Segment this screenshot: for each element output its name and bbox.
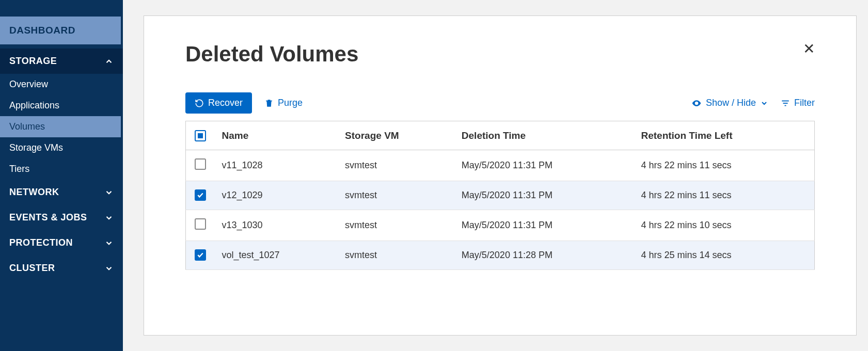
sidebar-item-dashboard[interactable]: DASHBOARD [0, 17, 121, 44]
purge-button[interactable]: Purge [264, 98, 303, 108]
cell-svm: svmtest [338, 210, 454, 241]
recover-button[interactable]: Recover [185, 92, 252, 114]
deleted-volumes-panel: Deleted Volumes ✕ Recover [144, 15, 857, 336]
row-checkbox[interactable] [195, 249, 206, 261]
close-icon[interactable]: ✕ [803, 42, 815, 56]
cell-deltime: May/5/2020 11:31 PM [454, 181, 634, 210]
sidebar-storage-label: STORAGE [9, 56, 57, 67]
col-header-name[interactable]: Name [215, 121, 338, 150]
cell-name: v12_1029 [215, 181, 338, 210]
show-hide-button[interactable]: Show / Hide [691, 98, 768, 108]
sidebar-cluster-label: CLUSTER [9, 263, 55, 274]
sidebar-item-tiers[interactable]: Tiers [0, 158, 123, 180]
chevron-down-icon [104, 264, 114, 273]
table-row[interactable]: vol_test_1027svmtestMay/5/2020 11:28 PM4… [186, 241, 815, 270]
row-checkbox[interactable] [195, 189, 206, 201]
trash-icon [264, 99, 274, 108]
recover-button-label: Recover [208, 98, 243, 108]
select-all-checkbox[interactable] [195, 130, 206, 141]
row-checkbox[interactable] [195, 158, 206, 170]
sidebar-item-protection[interactable]: PROTECTION [0, 230, 123, 256]
sidebar-item-network[interactable]: NETWORK [0, 180, 123, 205]
cell-retention: 4 hrs 22 mins 11 secs [634, 150, 814, 181]
sidebar-item-volumes[interactable]: Volumes [0, 116, 121, 137]
chevron-down-icon [104, 213, 114, 222]
cell-retention: 4 hrs 25 mins 14 secs [634, 241, 814, 270]
sidebar-network-label: NETWORK [9, 187, 59, 198]
sidebar-item-applications[interactable]: Applications [0, 95, 123, 116]
sidebar-item-cluster[interactable]: CLUSTER [0, 256, 123, 281]
cell-deltime: May/5/2020 11:31 PM [454, 150, 634, 181]
cell-deltime: May/5/2020 11:28 PM [454, 241, 634, 270]
cell-name: v11_1028 [215, 150, 338, 181]
sidebar: DASHBOARD STORAGE Overview Applications … [0, 0, 123, 351]
sidebar-item-overview[interactable]: Overview [0, 74, 123, 95]
cell-retention: 4 hrs 22 mins 10 secs [634, 210, 814, 241]
chevron-down-icon [104, 188, 114, 197]
col-header-retention[interactable]: Retention Time Left [634, 121, 814, 150]
sidebar-protection-label: PROTECTION [9, 237, 73, 248]
cell-svm: svmtest [338, 181, 454, 210]
filter-button[interactable]: Filter [781, 98, 815, 108]
row-checkbox[interactable] [195, 218, 206, 230]
purge-button-label: Purge [278, 98, 303, 108]
table-row[interactable]: v11_1028svmtestMay/5/2020 11:31 PM4 hrs … [186, 150, 815, 181]
sidebar-item-storage[interactable]: STORAGE [0, 49, 123, 74]
chevron-down-icon [760, 99, 768, 107]
main-content: Deleted Volumes ✕ Recover [123, 0, 868, 351]
sidebar-events-label: EVENTS & JOBS [9, 212, 87, 223]
sidebar-item-events-jobs[interactable]: EVENTS & JOBS [0, 205, 123, 230]
sidebar-item-storage-vms[interactable]: Storage VMs [0, 137, 123, 158]
table-row[interactable]: v12_1029svmtestMay/5/2020 11:31 PM4 hrs … [186, 181, 815, 210]
cell-retention: 4 hrs 22 mins 11 secs [634, 181, 814, 210]
page-title: Deleted Volumes [185, 42, 358, 67]
col-header-deletion-time[interactable]: Deletion Time [454, 121, 634, 150]
eye-icon [691, 98, 702, 108]
cell-svm: svmtest [338, 150, 454, 181]
cell-svm: svmtest [338, 241, 454, 270]
cell-name: v13_1030 [215, 210, 338, 241]
deleted-volumes-table: Name Storage VM Deletion Time Retention … [185, 121, 815, 270]
cell-name: vol_test_1027 [215, 241, 338, 270]
table-row[interactable]: v13_1030svmtestMay/5/2020 11:31 PM4 hrs … [186, 210, 815, 241]
chevron-down-icon [104, 238, 114, 248]
chevron-up-icon [104, 57, 114, 66]
recover-icon [195, 99, 204, 108]
col-header-storage-vm[interactable]: Storage VM [338, 121, 454, 150]
toolbar: Recover Purge [185, 92, 815, 114]
filter-label: Filter [794, 98, 815, 108]
filter-icon [781, 99, 790, 108]
cell-deltime: May/5/2020 11:31 PM [454, 210, 634, 241]
show-hide-label: Show / Hide [706, 98, 756, 108]
